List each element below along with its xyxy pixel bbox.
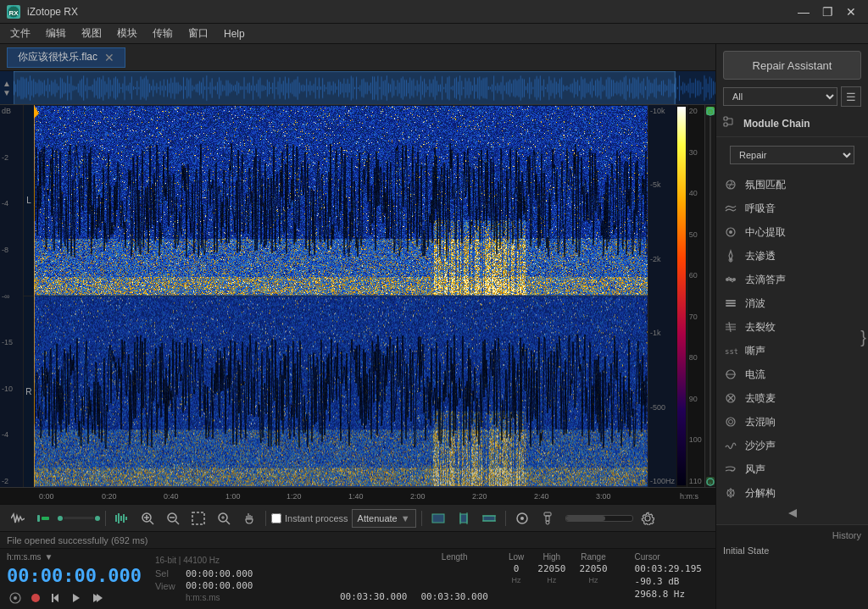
minimize-button[interactable]: — [793,4,814,19]
menu-edit[interactable]: 编辑 [39,25,73,42]
breath-icon [723,201,738,216]
svg-rect-58 [726,305,736,307]
right-freq-scale: -10k -5k -2k -1k -500 -100Hz [648,105,676,487]
time-format-dropdown-icon[interactable]: ▼ [45,552,53,562]
paint-btn[interactable] [537,509,559,528]
center-icon [723,224,738,240]
module-item-leakage[interactable]: 去渗透 [716,244,868,268]
h-scrollbar[interactable] [565,515,633,522]
zoom-in-btn[interactable] [136,509,159,528]
svg-rect-7 [118,513,120,523]
close-button[interactable]: ✕ [841,4,861,19]
dropdown-arrow-icon: ▼ [401,513,410,523]
main-layout: 你应该很快乐.flac ✕ ▲ ▼ dB -2 -4 [0,44,868,609]
view-row: View 00:00:00.000 [155,580,326,591]
loop-play-btn[interactable] [88,590,105,606]
module-item-click[interactable]: 去滴答声 [716,268,868,291]
zoom-out-handle[interactable]: - [706,477,715,485]
menu-view[interactable]: 视图 [75,25,108,42]
svg-rect-18 [192,512,204,524]
zoom-slider[interactable] [58,516,100,521]
module-item-hum[interactable]: 电流 [716,363,868,386]
filter-menu-button[interactable]: ☰ [841,86,861,107]
svg-rect-33 [546,516,549,521]
waveform-view-btn[interactable] [7,509,29,528]
history-initial-state[interactable]: Initial State [723,545,861,556]
h-scrollbar-thumb[interactable] [566,516,606,521]
module-item-deplosive[interactable]: 去喷麦 [716,386,868,410]
time-format-selector[interactable]: h:m:s.ms ▼ [7,552,142,562]
module-item-wind[interactable]: 风声 [716,457,868,481]
expand-panel-button[interactable] [716,502,868,524]
svg-rect-10 [125,517,127,520]
zoom-fit-btn[interactable] [213,509,235,528]
record-btn[interactable] [27,590,44,606]
module-item-decompose[interactable]: 分解构 [716,481,868,502]
tab-close-icon[interactable]: ✕ [104,52,114,64]
vertical-scrollbar[interactable]: + - [704,105,715,487]
history-panel: History Initial State [716,524,868,609]
module-item-ambience[interactable]: 氛围匹配 [716,173,868,197]
svg-text:sst: sst [725,347,737,356]
right-bracket: } [860,327,866,346]
go-to-start-btn[interactable] [47,590,64,606]
svg-rect-9 [123,514,125,523]
module-item-center[interactable]: 中心提取 [716,220,868,244]
filter-select[interactable]: All Repair Utility Ambience Match Dialog… [723,87,837,106]
mini-waveform[interactable]: ▲ ▼ [0,71,715,105]
play-btn[interactable] [68,590,85,606]
range-stat: Range 22050 Hz [579,552,607,584]
cursor-db: -90.3 dB [635,576,702,587]
sep1 [105,511,106,526]
mini-nav-arrows[interactable]: ▲ ▼ [0,77,14,99]
nav-up-icon[interactable]: ▲ [3,79,11,88]
repair-assistant-button[interactable]: Repair Assistant [723,51,861,80]
click-icon [723,272,738,287]
zoom-handle[interactable] [58,516,63,521]
module-item-rustle[interactable]: 沙沙声 [716,434,868,457]
maximize-button[interactable]: ❐ [817,4,837,19]
high-stat: High 22050 Hz [537,552,565,584]
module-item-dewave[interactable]: 消波 [716,291,868,315]
monitor-btn[interactable] [7,590,24,606]
menu-file[interactable]: 文件 [3,25,37,42]
menu-window[interactable]: 窗口 [181,25,215,42]
file-tab[interactable]: 你应该很快乐.flac ✕ [7,47,125,68]
infobar: h:m:s.ms ▼ 00:00:00.000 [0,548,715,609]
instant-process-label[interactable]: Instant process [271,513,348,523]
select-time-btn[interactable] [453,509,475,528]
menu-transport[interactable]: 传输 [146,25,180,42]
nav-down-icon[interactable]: ▼ [3,88,11,97]
zoom-out-btn[interactable] [162,509,184,528]
module-rustle-label: 沙沙声 [745,439,776,453]
category-select[interactable]: Repair Utility Ambience [730,146,854,164]
hand-tool-btn[interactable] [238,509,260,528]
freq-select-btn[interactable] [511,509,533,528]
select-all-btn[interactable] [427,509,449,528]
instant-process-checkbox[interactable] [271,513,281,523]
scroll-tools [565,515,633,522]
time-display: h:m:s.ms ▼ 00:00:00.000 [7,552,142,606]
color-scale-bar [676,105,687,487]
zoom-in-handle[interactable]: + [706,107,715,115]
settings-btn[interactable] [637,509,659,528]
zoom-slider-left[interactable] [32,509,54,528]
selection-btn[interactable] [187,509,209,528]
module-item-decrackle[interactable]: 去裂纹 [716,315,868,339]
module-chain-icon [723,115,737,131]
module-item-breath[interactable]: 呼吸音 [716,197,868,220]
module-chain-header: Module Chain [716,112,868,137]
freq-display-btn[interactable] [111,509,133,528]
module-item-dereverb[interactable]: 去混响 [716,410,868,434]
attenuate-dropdown[interactable]: Attenuate ▼ [352,509,416,528]
zoom-handle2[interactable] [95,516,100,521]
module-item-hiss[interactable]: sst 嘶声 [716,339,868,363]
select-freq-btn[interactable] [478,509,500,528]
spectrogram-canvas[interactable] [34,105,648,487]
menu-module[interactable]: 模块 [110,25,144,42]
zoom-track[interactable] [64,517,94,519]
menu-help[interactable]: Help [217,26,252,42]
waveform-container[interactable]: ▲ ▼ dB -2 -4 -8 -∞ -15 -10 -4 -2 [0,71,715,609]
app-icon: RX [7,5,20,19]
sep4 [505,511,506,526]
